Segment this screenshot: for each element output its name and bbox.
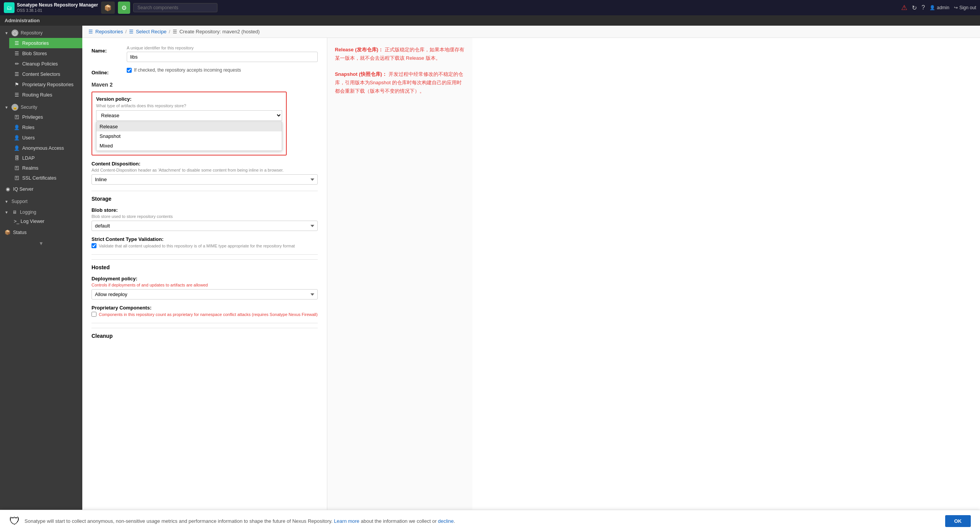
notification-text: Sonatype will start to collect anonymous…: [24, 518, 941, 524]
realms-icon: ⚿: [14, 165, 20, 171]
online-checkbox-row: If checked, the repository accepts incom…: [127, 67, 318, 73]
content-disposition-label: Content Disposition:: [91, 161, 318, 167]
sidebar-item-proprietary-repos[interactable]: ⚑ Proprietary Repositories: [9, 79, 82, 90]
form-section: Name: A unique identifier for this repos…: [82, 38, 327, 532]
form-annotation-row: Name: A unique identifier for this repos…: [82, 38, 980, 532]
ldap-icon: 🗄: [14, 156, 20, 161]
app-logo: 🗂 Sonatype Nexus Repository Manager OSS …: [4, 2, 98, 13]
support-icon: ▼: [5, 200, 8, 204]
sidebar-item-users[interactable]: 👤 Users: [9, 133, 82, 143]
routing-icon: ☰: [14, 92, 20, 98]
search-input[interactable]: [133, 3, 217, 12]
version-option-snapshot[interactable]: Snapshot: [96, 131, 282, 141]
sidebar-item-log-viewer[interactable]: >_ Log Viewer: [9, 216, 82, 226]
alert-icon[interactable]: ⚠: [901, 3, 907, 12]
sidebar-item-ssl-certs[interactable]: ⚿ SSL Certificates: [9, 173, 82, 183]
name-label: Name:: [91, 46, 122, 54]
release-annotation: Release (发布仓库)： 正式版稳定的仓库，如果本地缓存有某一版本，就不会…: [335, 46, 465, 62]
version-policy-label: Version policy:: [96, 96, 282, 102]
strict-content-hint: Validate that all content uploaded to th…: [99, 244, 295, 248]
sidebar-item-realms[interactable]: ⚿ Realms: [9, 163, 82, 173]
topbar: 🗂 Sonatype Nexus Repository Manager OSS …: [0, 0, 980, 15]
breadcrumb-create-repo: Create Repository: maven2 (hosted): [180, 29, 260, 34]
scroll-down-arrow[interactable]: ▼: [0, 238, 82, 249]
sidebar-sub-repository: ☰ Repositories ☰ Blob Stores ✏ Cleanup P…: [0, 38, 82, 100]
hosted-label: Hosted: [91, 259, 318, 270]
sidebar-item-routing-rules[interactable]: ☰ Routing Rules: [9, 90, 82, 100]
sidebar-item-blob-stores[interactable]: ☰ Blob Stores: [9, 48, 82, 59]
content-disposition-block: Content Disposition: Add Content-Disposi…: [91, 161, 318, 185]
sidebar-section-support[interactable]: ▼ Support: [0, 195, 82, 206]
sidebar-sub-security: ⚿ Privileges 👤 Roles 👤 Users 👤 Anonymous…: [0, 112, 82, 183]
strict-content-block: Strict Content Type Validation: Validate…: [91, 236, 318, 248]
sidebar-item-ldap[interactable]: 🗄 LDAP: [9, 153, 82, 163]
online-checkbox[interactable]: [127, 68, 132, 73]
version-policy-select[interactable]: Release: [96, 110, 282, 121]
notification-bar: 🛡 Sonatype will start to collect anonymo…: [0, 510, 980, 532]
version-option-mixed[interactable]: Mixed: [96, 141, 282, 151]
proprietary-components-hint: Components in this repository count as p…: [99, 312, 318, 317]
sidebar: ▼ ◯ Repository ☰ Repositories ☰ Blob Sto…: [0, 26, 82, 532]
ssl-icon: ⚿: [14, 175, 20, 181]
content-selectors-icon: ☰: [14, 71, 20, 77]
main-layout: ▼ ◯ Repository ☰ Repositories ☰ Blob Sto…: [0, 26, 980, 532]
signout-button[interactable]: ↪ Sign out: [954, 5, 976, 10]
cleanup-label: Cleanup: [91, 328, 318, 339]
maven2-section-title: Maven 2: [91, 82, 318, 88]
sidebar-section-repository[interactable]: ▼ ◯ Repository: [0, 26, 82, 38]
breadcrumb-repositories[interactable]: Repositories: [95, 29, 123, 34]
proprietary-components-checkbox[interactable]: [91, 312, 96, 317]
sidebar-item-cleanup-policies[interactable]: ✏ Cleanup Policies: [9, 59, 82, 69]
deployment-policy-select[interactable]: Allow redeploy: [91, 289, 318, 300]
strict-content-checkbox[interactable]: [91, 243, 96, 248]
name-input[interactable]: [127, 52, 318, 62]
repo-section-icon: ◯: [11, 29, 18, 36]
sidebar-item-roles[interactable]: 👤 Roles: [9, 122, 82, 133]
gear-button[interactable]: ⚙: [118, 2, 130, 14]
deployment-policy-hint: Controls if deployments of and updates t…: [91, 283, 318, 287]
blob-stores-icon: ☰: [14, 51, 20, 56]
breadcrumb-select-recipe[interactable]: Select Recipe: [136, 29, 167, 34]
hosted-section: Hosted Deployment policy: Controls if de…: [91, 254, 318, 317]
user-label: 👤 admin: [929, 5, 949, 10]
collapse-icon: ▼: [5, 31, 8, 35]
sidebar-item-repositories[interactable]: ☰ Repositories: [9, 38, 82, 48]
name-field: A unique identifier for this repository: [127, 46, 318, 62]
strict-content-checkbox-row: Validate that all content uploaded to th…: [91, 243, 318, 248]
proprietary-components-block: Proprietary Components: Components in th…: [91, 305, 318, 317]
sidebar-item-status[interactable]: 📦 Status: [0, 226, 82, 238]
content-disposition-select[interactable]: Inline: [91, 174, 318, 185]
repositories-icon: ☰: [14, 40, 20, 46]
sidebar-item-privileges[interactable]: ⚿ Privileges: [9, 112, 82, 122]
storage-label: Storage: [91, 191, 318, 202]
decline-link[interactable]: decline: [438, 518, 454, 524]
proprietary-components-label: Proprietary Components:: [91, 305, 318, 311]
snapshot-annotation: Snapshot (快照仓库)： 开发过程中经常修改的不稳定的仓库，引用版本为S…: [335, 70, 465, 95]
blob-store-select[interactable]: default: [91, 221, 318, 231]
cleanup-section: Cleanup: [91, 323, 318, 339]
breadcrumb: ☰ Repositories / ☰ Select Recipe / ☰ Cre…: [82, 26, 980, 38]
refresh-icon[interactable]: ↻: [912, 4, 917, 11]
learn-more-link[interactable]: Learn more: [334, 518, 359, 524]
proprietary-icon: ⚑: [14, 82, 20, 87]
name-row: Name: A unique identifier for this repos…: [91, 46, 318, 62]
name-hint: A unique identifier for this repository: [127, 46, 318, 50]
deployment-policy-label: Deployment policy:: [91, 276, 318, 282]
sidebar-section-security[interactable]: ▼ 🔒 Security: [0, 100, 82, 112]
breadcrumb-recipe-icon: ☰: [129, 29, 134, 34]
help-icon[interactable]: ?: [921, 4, 925, 11]
topbar-actions: ⚠ ↻ ? 👤 admin ↪ Sign out: [901, 3, 976, 12]
sidebar-item-content-selectors[interactable]: ☰ Content Selectors: [9, 69, 82, 79]
anon-icon: 👤: [14, 145, 20, 151]
sidebar-section-logging[interactable]: ▼ 🖥 Logging: [0, 206, 82, 216]
breadcrumb-icon: ☰: [88, 29, 93, 34]
admin-bar: Administration: [0, 15, 980, 26]
annotation-panel: Release (发布仓库)： 正式版稳定的仓库，如果本地缓存有某一版本，就不会…: [327, 38, 472, 532]
sidebar-item-anonymous-access[interactable]: 👤 Anonymous Access: [9, 143, 82, 153]
version-option-release[interactable]: Release: [96, 122, 282, 131]
user-icon: 👤: [929, 5, 935, 10]
ok-button[interactable]: OK: [945, 515, 971, 527]
package-icon[interactable]: 📦: [101, 2, 115, 14]
breadcrumb-create-icon: ☰: [173, 29, 177, 34]
sidebar-item-iq-server[interactable]: ◉ IQ Server: [0, 183, 82, 195]
